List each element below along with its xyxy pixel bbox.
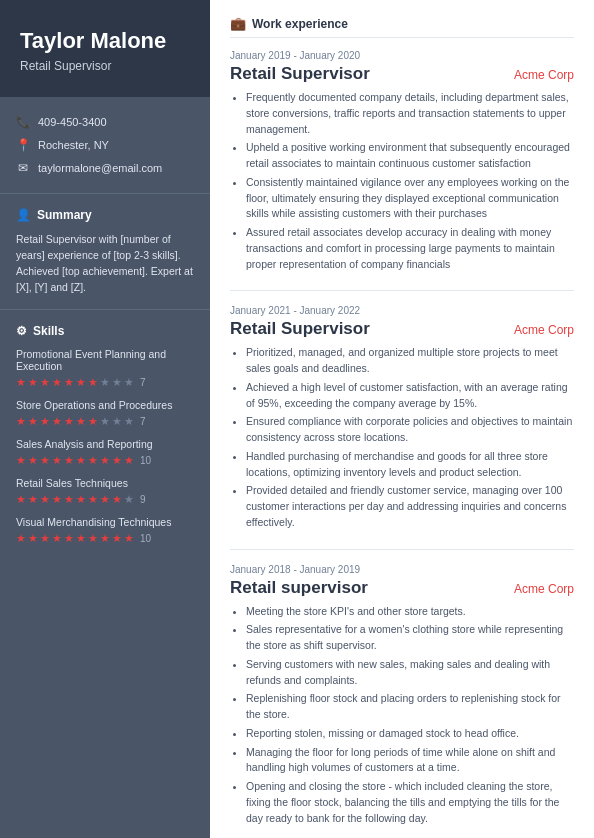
- email-icon: ✉: [16, 161, 30, 175]
- job-bullet: Replenishing floor stock and placing ord…: [246, 691, 574, 723]
- job-bullet: Assured retail associates develop accura…: [246, 225, 574, 272]
- skill-name: Visual Merchandising Techniques: [16, 516, 194, 528]
- job-bullet: Achieved a high level of customer satisf…: [246, 380, 574, 412]
- job-title: Retail supervisor: [230, 578, 368, 598]
- star-filled: ★: [16, 493, 26, 506]
- star-filled: ★: [76, 493, 86, 506]
- skills-list: Promotional Event Planning and Execution…: [16, 348, 194, 545]
- job-bullet: Opening and closing the store - which in…: [246, 779, 574, 826]
- star-empty: ★: [124, 376, 134, 389]
- star-filled: ★: [64, 415, 74, 428]
- skill-score: 9: [140, 494, 146, 505]
- phone-icon: 📞: [16, 115, 30, 129]
- job-company: Acme Corp: [514, 582, 574, 596]
- job-entry: January 2018 - January 2019Retail superv…: [230, 564, 574, 827]
- skill-name: Retail Sales Techniques: [16, 477, 194, 489]
- job-entry: January 2021 - January 2022Retail Superv…: [230, 305, 574, 530]
- star-filled: ★: [40, 454, 50, 467]
- star-filled: ★: [88, 493, 98, 506]
- skills-title: ⚙ Skills: [16, 324, 194, 338]
- star-empty: ★: [100, 376, 110, 389]
- star-filled: ★: [64, 493, 74, 506]
- summary-section: 👤 Summary Retail Supervisor with [number…: [0, 194, 210, 310]
- star-filled: ★: [88, 454, 98, 467]
- star-filled: ★: [88, 415, 98, 428]
- star-filled: ★: [16, 532, 26, 545]
- star-filled: ★: [100, 532, 110, 545]
- star-filled: ★: [40, 532, 50, 545]
- skill-stars: ★★★★★★★★★★9: [16, 493, 194, 506]
- star-filled: ★: [28, 454, 38, 467]
- job-bullets: Frequently documented company details, i…: [230, 90, 574, 272]
- star-filled: ★: [112, 532, 122, 545]
- star-empty: ★: [124, 493, 134, 506]
- star-filled: ★: [28, 532, 38, 545]
- summary-text: Retail Supervisor with [number of years]…: [16, 232, 194, 295]
- divider: [230, 549, 574, 550]
- star-filled: ★: [100, 454, 110, 467]
- star-filled: ★: [112, 454, 122, 467]
- star-empty: ★: [112, 376, 122, 389]
- job-bullet: Prioritized, managed, and organized mult…: [246, 345, 574, 377]
- star-filled: ★: [40, 415, 50, 428]
- skill-stars: ★★★★★★★★★★7: [16, 376, 194, 389]
- star-filled: ★: [16, 376, 26, 389]
- star-empty: ★: [112, 415, 122, 428]
- jobs-list: January 2019 - January 2020Retail Superv…: [230, 50, 574, 826]
- skill-item: Promotional Event Planning and Execution…: [16, 348, 194, 389]
- candidate-title: Retail Supervisor: [20, 59, 190, 73]
- summary-icon: 👤: [16, 208, 31, 222]
- job-bullets: Prioritized, managed, and organized mult…: [230, 345, 574, 530]
- skill-item: Sales Analysis and Reporting★★★★★★★★★★10: [16, 438, 194, 467]
- job-title-row: Retail supervisorAcme Corp: [230, 578, 574, 598]
- skill-stars: ★★★★★★★★★★7: [16, 415, 194, 428]
- job-date: January 2018 - January 2019: [230, 564, 574, 575]
- job-title-row: Retail SupervisorAcme Corp: [230, 64, 574, 84]
- job-bullet: Provided detailed and friendly customer …: [246, 483, 574, 530]
- star-empty: ★: [100, 415, 110, 428]
- job-company: Acme Corp: [514, 323, 574, 337]
- star-filled: ★: [16, 415, 26, 428]
- job-bullet: Sales representative for a women's cloth…: [246, 622, 574, 654]
- star-filled: ★: [28, 415, 38, 428]
- main-content: 💼 Work experience January 2019 - January…: [210, 0, 594, 838]
- job-bullet: Upheld a positive working environment th…: [246, 140, 574, 172]
- contact-phone: 📞 409-450-3400: [16, 115, 194, 129]
- sidebar: Taylor Malone Retail Supervisor 📞 409-45…: [0, 0, 210, 838]
- skill-item: Store Operations and Procedures★★★★★★★★★…: [16, 399, 194, 428]
- job-bullet: Ensured compliance with corporate polici…: [246, 414, 574, 446]
- star-filled: ★: [124, 454, 134, 467]
- job-title: Retail Supervisor: [230, 64, 370, 84]
- star-filled: ★: [52, 376, 62, 389]
- contact-section: 📞 409-450-3400 📍 Rochester, NY ✉ taylorm…: [0, 97, 210, 194]
- job-bullet: Handled purchasing of merchandise and go…: [246, 449, 574, 481]
- divider: [230, 290, 574, 291]
- star-filled: ★: [64, 376, 74, 389]
- star-filled: ★: [40, 493, 50, 506]
- star-filled: ★: [76, 454, 86, 467]
- location-icon: 📍: [16, 138, 30, 152]
- star-filled: ★: [88, 532, 98, 545]
- star-filled: ★: [16, 454, 26, 467]
- star-filled: ★: [28, 493, 38, 506]
- job-date: January 2021 - January 2022: [230, 305, 574, 316]
- job-bullet: Reporting stolen, missing or damaged sto…: [246, 726, 574, 742]
- star-filled: ★: [88, 376, 98, 389]
- star-filled: ★: [76, 532, 86, 545]
- skill-name: Store Operations and Procedures: [16, 399, 194, 411]
- star-filled: ★: [28, 376, 38, 389]
- star-filled: ★: [52, 415, 62, 428]
- job-date: January 2019 - January 2020: [230, 50, 574, 61]
- star-filled: ★: [112, 493, 122, 506]
- star-filled: ★: [64, 454, 74, 467]
- job-bullet: Consistently maintained vigilance over a…: [246, 175, 574, 222]
- star-filled: ★: [76, 376, 86, 389]
- job-company: Acme Corp: [514, 68, 574, 82]
- job-title: Retail Supervisor: [230, 319, 370, 339]
- star-filled: ★: [52, 493, 62, 506]
- skill-score: 10: [140, 533, 151, 544]
- star-filled: ★: [76, 415, 86, 428]
- skill-score: 7: [140, 416, 146, 427]
- job-bullet: Frequently documented company details, i…: [246, 90, 574, 137]
- skill-name: Sales Analysis and Reporting: [16, 438, 194, 450]
